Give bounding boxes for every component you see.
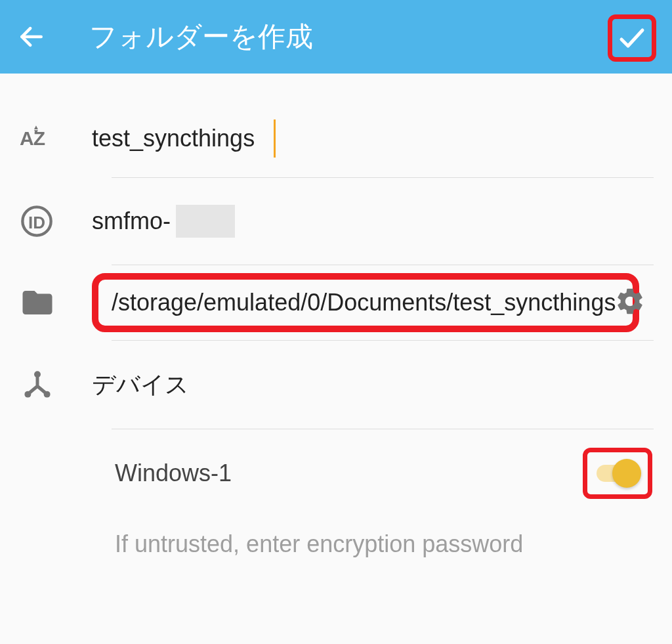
- confirm-button[interactable]: [608, 14, 656, 62]
- device-toggle[interactable]: [594, 459, 641, 488]
- devices-icon: [20, 367, 92, 402]
- devices-header-row: デバイス: [0, 341, 672, 429]
- sort-az-icon: ▲▼ AZ: [20, 129, 92, 148]
- device-item: Windows-1: [0, 429, 672, 517]
- folder-id-row: ID smfmo-: [0, 178, 672, 265]
- devices-label: デバイス: [92, 369, 639, 401]
- content: ▲▼ AZ ID smfmo-: [0, 74, 672, 571]
- check-icon: [616, 22, 648, 54]
- path-settings-button[interactable]: [614, 286, 646, 320]
- arrow-left-icon: [17, 22, 46, 51]
- back-button[interactable]: [12, 17, 51, 56]
- svg-text:ID: ID: [28, 213, 45, 232]
- folder-name-row: ▲▼ AZ: [0, 74, 672, 177]
- folder-id-value[interactable]: smfmo-: [92, 205, 235, 238]
- gear-icon: [614, 286, 646, 317]
- folder-path-input[interactable]: /storage/emulated/0/Documents/test_synct…: [92, 273, 639, 332]
- folder-path-row: /storage/emulated/0/Documents/test_synct…: [0, 265, 672, 340]
- device-name: Windows-1: [115, 460, 583, 487]
- app-header: フォルダーを作成: [0, 0, 672, 74]
- folder-name-input[interactable]: [92, 119, 276, 158]
- encryption-password-input[interactable]: If untrusted, enter encryption password: [0, 517, 672, 571]
- folder-icon: [20, 285, 92, 320]
- redacted-block: [176, 205, 235, 238]
- page-title: フォルダーを作成: [89, 18, 313, 55]
- device-toggle-highlight: [583, 448, 652, 499]
- id-icon: ID: [20, 204, 92, 238]
